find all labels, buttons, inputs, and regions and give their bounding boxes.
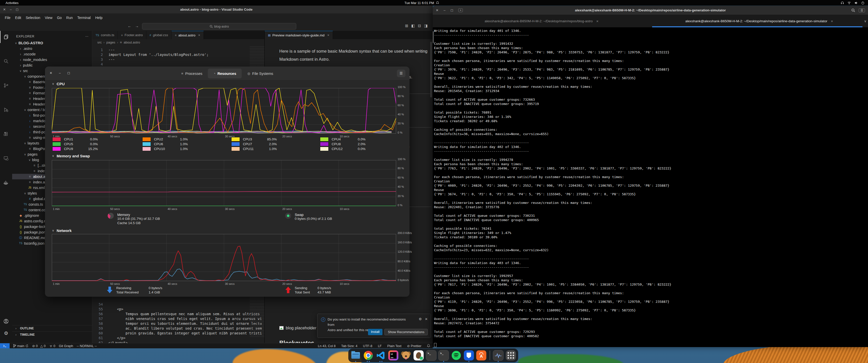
maximize-icon[interactable]: ◻ bbox=[67, 71, 70, 75]
run-debug-icon[interactable] bbox=[0, 104, 12, 116]
preview-scrollbar[interactable] bbox=[430, 42, 432, 97]
git-branch-status[interactable]: main bbox=[13, 344, 29, 348]
dock-app-grid-icon[interactable] bbox=[505, 350, 516, 361]
install-button[interactable]: Install bbox=[368, 329, 383, 335]
command-center-search[interactable]: blog-astro bbox=[142, 23, 296, 30]
vim-mode-status[interactable]: -- NORMAL -- bbox=[76, 344, 97, 348]
explorer-more-icon[interactable]: ⋯ bbox=[85, 34, 89, 38]
editor-tab-consts-ts[interactable]: TSconsts.ts bbox=[92, 31, 118, 39]
remote-indicator[interactable] bbox=[0, 343, 10, 348]
editor-tab-global-css[interactable]: #global.css bbox=[146, 31, 172, 39]
problems-status[interactable]: ⊘0 △0 bbox=[32, 344, 45, 348]
cpu-section-header[interactable]: ∨CPU bbox=[52, 82, 65, 86]
remote-explorer-icon[interactable] bbox=[0, 152, 12, 164]
dock-dog-icon[interactable] bbox=[401, 350, 411, 361]
explorer-icon[interactable] bbox=[0, 31, 12, 43]
close-icon[interactable]: × bbox=[327, 33, 329, 37]
formatter-status[interactable]: ⊘Prettier bbox=[407, 344, 421, 348]
terminal-output[interactable]: Writing data for simulation day 401 of 1… bbox=[433, 27, 868, 347]
terminal-tab-airline-simulator[interactable]: alexshank@alexshank-B650M-H-M-2: ~/Deskt… bbox=[650, 15, 868, 27]
close-icon[interactable]: × bbox=[198, 33, 200, 37]
breadcrumb[interactable]: src›pages›≡ about.astro bbox=[97, 40, 140, 44]
minimize-icon[interactable]: – bbox=[59, 71, 61, 75]
notification-close-icon[interactable]: ✕ bbox=[425, 317, 428, 321]
menu-selection[interactable]: Selection bbox=[24, 15, 43, 21]
dock-app-center-icon[interactable]: A bbox=[476, 350, 487, 361]
terminal-tab-blog-astro[interactable]: alexshank@alexshank-B650M-H-M-2: ~/Deskt… bbox=[433, 15, 650, 27]
settings-gear-icon[interactable]: ⚙ bbox=[4, 330, 8, 336]
system-tray[interactable] bbox=[841, 1, 864, 4]
dock-dbeaver-icon[interactable] bbox=[413, 350, 424, 361]
extensions-icon[interactable] bbox=[0, 128, 12, 140]
terminal-line bbox=[434, 287, 868, 291]
monitor-tab-processes[interactable]: ≡Processes bbox=[176, 68, 208, 78]
explorer-item-node-modules[interactable]: ›node_modules bbox=[12, 57, 92, 62]
dock-files-icon[interactable] bbox=[350, 350, 361, 361]
monitor-tab-resources[interactable]: ◔Resources bbox=[208, 68, 242, 78]
menu-view[interactable]: View bbox=[42, 15, 55, 21]
editor-tab-footer-astro[interactable]: ≡Footer.astro bbox=[118, 31, 146, 39]
outline-section[interactable]: ›OUTLINE bbox=[12, 325, 92, 331]
hamburger-menu-icon[interactable]: ☰ bbox=[397, 69, 405, 77]
terminal-line: ----------------------------------------… bbox=[434, 265, 868, 270]
explorer-item--astro[interactable]: ›.astro bbox=[12, 46, 92, 51]
search-icon[interactable] bbox=[851, 8, 855, 12]
forward-arrow-icon[interactable]: → bbox=[135, 24, 139, 28]
eol-status[interactable]: LF bbox=[378, 344, 382, 348]
terminal-scrollbar[interactable] bbox=[433, 31, 434, 43]
astro-icon: ≡ bbox=[28, 96, 32, 102]
editor-code-bottom[interactable]: 54 55 <p>56 Tempus quam pellentesque nec… bbox=[92, 302, 262, 343]
notifications-bell[interactable] bbox=[427, 344, 430, 347]
chevron-down-icon[interactable]: ∨ bbox=[864, 19, 866, 23]
dock-terminal-1-icon[interactable]: >_ bbox=[426, 350, 437, 361]
dock-vscode-icon[interactable] bbox=[375, 350, 386, 361]
dock-bitwarden-icon[interactable] bbox=[463, 350, 474, 361]
hamburger-menu-icon[interactable]: ☰ bbox=[859, 8, 865, 12]
source-control-icon[interactable] bbox=[0, 79, 12, 91]
menu-file[interactable]: File bbox=[3, 15, 13, 21]
docker-icon[interactable] bbox=[0, 176, 12, 189]
notification-settings-gear-icon[interactable]: ⚙ bbox=[419, 317, 422, 321]
memory-section-header[interactable]: ∨Memory and Swap bbox=[52, 154, 90, 158]
show-recommendations-button[interactable]: Show Recommendations bbox=[384, 329, 428, 335]
monitor-tab-file-systems[interactable]: ◎File Systems bbox=[242, 68, 279, 78]
search-icon[interactable] bbox=[0, 55, 12, 67]
menu-terminal[interactable]: Terminal bbox=[75, 15, 93, 21]
explorer-item-blog-astro[interactable]: ∨BLOG-ASTRO bbox=[12, 40, 92, 46]
close-icon[interactable]: × bbox=[831, 19, 833, 23]
ports-status[interactable]: 0 bbox=[49, 344, 55, 348]
network-section-header[interactable]: ∨Network bbox=[52, 228, 71, 233]
close-icon[interactable]: × bbox=[596, 19, 598, 23]
clock[interactable]: Tue Mar 11 6:01 PM bbox=[404, 1, 439, 5]
editor-code-top[interactable]: 1---2import Layout from '../layouts/Blog… bbox=[92, 48, 209, 67]
menu-help[interactable]: Help bbox=[93, 15, 105, 21]
toggle-panel-icon[interactable]: ⊟ bbox=[418, 24, 421, 28]
explorer-item--vscode[interactable]: ›.vscode bbox=[12, 51, 92, 57]
dock-terminal-2-icon[interactable]: >_ bbox=[438, 350, 449, 361]
activities-button[interactable]: Activities bbox=[6, 1, 19, 5]
breadcrumb-segment[interactable]: pages bbox=[106, 40, 115, 44]
dock-system-monitor-icon[interactable] bbox=[493, 350, 504, 361]
dock-intellij-icon[interactable]: IJ bbox=[388, 350, 399, 361]
preview-tab[interactable]: ▤ Preview markdown-style-guide.md × bbox=[265, 31, 333, 39]
git-graph-status[interactable]: Git Graph bbox=[59, 344, 73, 348]
back-arrow-icon[interactable]: ← bbox=[128, 24, 131, 28]
editor-tab-about-astro[interactable]: ≡about.astro× bbox=[172, 31, 204, 39]
breadcrumb-segment[interactable]: src bbox=[97, 40, 102, 44]
timeline-section[interactable]: ›TIMELINE bbox=[12, 331, 92, 338]
toggle-sidebar-icon[interactable]: ◧ bbox=[411, 24, 415, 28]
dock-chrome-icon[interactable] bbox=[363, 350, 374, 361]
toggle-secondary-sidebar-icon[interactable]: ◨ bbox=[424, 24, 428, 28]
menu-go[interactable]: Go bbox=[55, 15, 64, 21]
indentation-status[interactable]: Tab Size: 4 bbox=[341, 344, 358, 348]
close-icon[interactable]: ✕ bbox=[50, 71, 52, 75]
cursor-position-status[interactable]: Ln 43, Col 8 bbox=[318, 344, 336, 348]
language-mode-status[interactable]: Plain Text bbox=[387, 344, 401, 348]
menu-edit[interactable]: Edit bbox=[13, 15, 24, 21]
dock-spotify-icon[interactable] bbox=[451, 350, 462, 361]
menu-run[interactable]: Run bbox=[64, 15, 75, 21]
encoding-status[interactable]: UTF-8 bbox=[363, 344, 372, 348]
account-icon[interactable] bbox=[4, 319, 9, 325]
breadcrumb-segment[interactable]: about.astro bbox=[124, 40, 140, 44]
customize-layout-icon[interactable]: ⊞ bbox=[405, 24, 408, 28]
